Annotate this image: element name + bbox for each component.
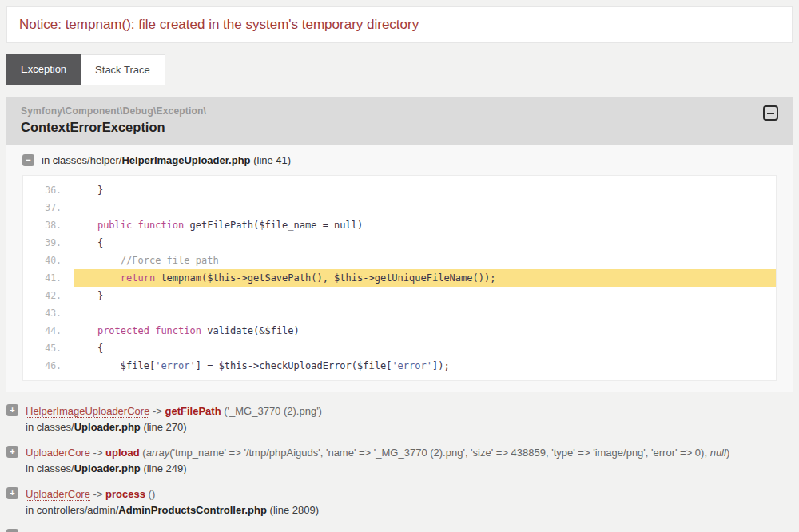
code-source: } <box>74 181 776 199</box>
stack-trace-list: +HelperImageUploaderCore -> getFilePath … <box>6 404 793 532</box>
trace-class-link[interactable]: UploaderCore <box>26 488 90 501</box>
expand-trace-icon[interactable]: + <box>6 446 18 458</box>
tab-bar: Exception Stack Trace <box>6 54 793 85</box>
code-excerpt: 36. }37.38. public function getFilePath(… <box>22 175 777 381</box>
line-number: 39. <box>23 234 74 252</box>
trace-content: AdminProductsControllerCore -> ajaxProce… <box>26 529 423 532</box>
trace-content: UploaderCore -> process ()in controllers… <box>26 487 319 517</box>
expand-trace-icon[interactable]: + <box>6 487 18 499</box>
code-line: 37. <box>23 199 776 216</box>
exception-file-text: in classes/helper/HelperImageUploader.ph… <box>42 154 291 166</box>
trace-arrow: -> <box>149 405 165 417</box>
code-line: 45. { <box>23 339 776 357</box>
code-line: 43. <box>23 304 776 322</box>
trace-location: in classes/Uploader.php (line 270) <box>26 421 322 434</box>
exception-block: Symfony\Component\Debug\Exception\ Conte… <box>6 97 793 392</box>
trace-arrow: -> <box>90 488 105 500</box>
notice-banner: Notice: tempnam(): file created in the s… <box>6 6 793 43</box>
line-number: 44. <box>23 322 74 339</box>
line-number: 36. <box>23 181 74 199</box>
trace-arguments: (array('tmp_name' => '/tmp/phpAiguds', '… <box>140 447 730 459</box>
trace-item: +UploaderCore -> upload (array('tmp_name… <box>6 446 793 475</box>
trace-item: +HelperImageUploaderCore -> getFilePath … <box>6 404 793 434</box>
code-source <box>74 304 776 322</box>
line-number: 37. <box>23 199 74 216</box>
expand-trace-icon[interactable]: + <box>6 404 18 416</box>
trace-method: getFilePath <box>165 405 221 417</box>
code-source: { <box>74 234 776 252</box>
trace-call: AdminProductsControllerCore -> ajaxProce… <box>26 529 423 532</box>
code-source: { <box>74 339 776 357</box>
minus-square-icon[interactable] <box>763 105 778 121</box>
trace-call: HelperImageUploaderCore -> getFilePath (… <box>26 404 322 418</box>
trace-arrow: -> <box>90 447 105 459</box>
exception-namespace: Symfony\Component\Debug\Exception\ <box>21 105 778 117</box>
expand-trace-icon[interactable]: + <box>6 529 18 532</box>
line-number: 43. <box>23 304 74 322</box>
exception-body: − in classes/helper/HelperImageUploader.… <box>6 145 793 392</box>
code-line: 39. { <box>23 234 776 252</box>
trace-method: upload <box>105 447 140 459</box>
trace-item: +AdminProductsControllerCore -> ajaxProc… <box>6 529 793 532</box>
code-source: protected function validate(&$file) <box>74 322 776 339</box>
trace-location: in controllers/admin/AdminProductsContro… <box>26 504 319 517</box>
code-source: //Force file path <box>74 252 776 269</box>
trace-location: in classes/Uploader.php (line 249) <box>26 463 729 475</box>
code-line-highlighted: 41. return tempnam($this->getSavePath(),… <box>23 269 776 287</box>
line-number: 41. <box>23 269 74 287</box>
tab-stack-trace[interactable]: Stack Trace <box>81 54 165 85</box>
trace-item: +UploaderCore -> process ()in controller… <box>6 487 793 517</box>
line-number: 46. <box>23 357 74 375</box>
trace-call: UploaderCore -> upload (array('tmp_name'… <box>26 446 729 459</box>
code-line: 36. } <box>23 181 776 199</box>
code-source: } <box>74 287 776 304</box>
code-line: 46. $file['error'] = $this->checkUploadE… <box>23 357 776 375</box>
code-line: 44. protected function validate(&$file) <box>23 322 776 339</box>
trace-class-link[interactable]: HelperImageUploaderCore <box>26 405 149 418</box>
tab-exception-label: Exception <box>21 63 66 75</box>
trace-content: HelperImageUploaderCore -> getFilePath (… <box>26 404 322 434</box>
code-source: $file['error'] = $this->checkUploadError… <box>74 357 776 375</box>
trace-call: UploaderCore -> process () <box>26 487 319 501</box>
collapse-trace-icon[interactable]: − <box>22 154 34 166</box>
file-line-number: (line 41) <box>251 154 292 166</box>
exception-file-line: − in classes/helper/HelperImageUploader.… <box>22 154 777 166</box>
code-source <box>74 199 776 216</box>
code-line: 40. //Force file path <box>23 252 776 269</box>
line-number: 38. <box>23 216 74 234</box>
trace-method: process <box>105 488 145 500</box>
file-name: HelperImageUploader.php <box>121 154 250 166</box>
code-line: 42. } <box>23 287 776 304</box>
code-source: public function getFilePath($file_name =… <box>74 216 776 234</box>
line-number: 45. <box>23 339 74 357</box>
file-path-prefix: in classes/helper/ <box>42 154 121 166</box>
exception-class-name: ContextErrorException <box>21 120 778 135</box>
notice-text: Notice: tempnam(): file created in the s… <box>19 17 419 32</box>
tab-stack-trace-label: Stack Trace <box>95 64 150 76</box>
tab-exception[interactable]: Exception <box>6 54 81 85</box>
line-number: 40. <box>23 252 74 269</box>
trace-arguments: () <box>145 488 155 500</box>
trace-content: UploaderCore -> upload (array('tmp_name'… <box>26 446 729 475</box>
trace-class-link[interactable]: UploaderCore <box>26 447 90 459</box>
line-number: 42. <box>23 287 74 304</box>
trace-arguments: ('_MG_3770 (2).png') <box>221 405 322 417</box>
code-source: return tempnam($this->getSavePath(), $th… <box>74 269 776 287</box>
code-line: 38. public function getFilePath($file_na… <box>23 216 776 234</box>
exception-header: Symfony\Component\Debug\Exception\ Conte… <box>6 97 793 145</box>
